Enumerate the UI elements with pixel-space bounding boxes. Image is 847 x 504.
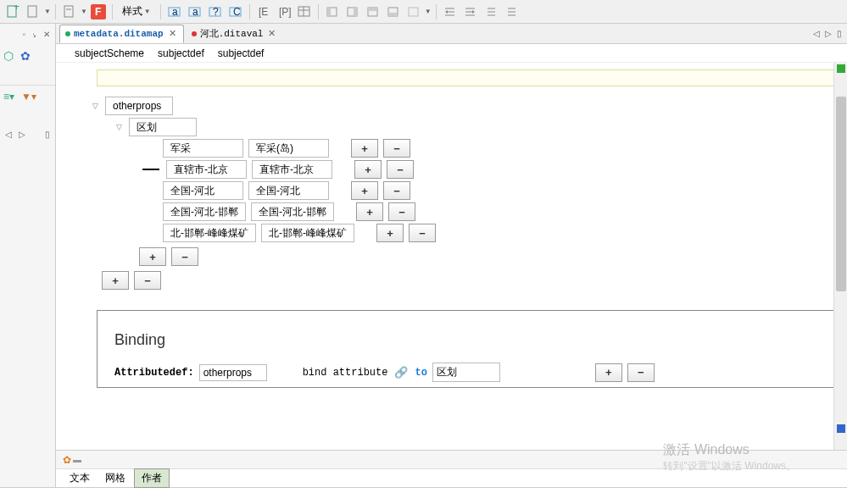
close-icon[interactable]: ✕ — [167, 28, 178, 39]
row-bottom-icon[interactable] — [384, 3, 403, 21]
subject-key-field[interactable]: 北-邯郸-峰峰煤矿 — [163, 224, 256, 242]
close-icon[interactable]: ✕ — [266, 28, 277, 39]
filter-icon[interactable]: ▼▾ — [21, 91, 36, 102]
tab-metadata[interactable]: metadata.ditamap ✕ — [59, 25, 184, 43]
dropdown-icon[interactable]: ▼ — [44, 8, 51, 15]
tag-c-icon[interactable]: C — [226, 3, 245, 21]
nav-right-icon[interactable]: ▷ — [17, 130, 27, 139]
link-icon: 🔗 — [394, 366, 408, 379]
bracket-e-icon[interactable]: [E — [254, 3, 273, 21]
left-sidebar: ▫ ⭏ ✕ ⬡ ✿ ≡▾ ▼▾ ◁ ▷ ▯ — [0, 24, 56, 487]
dropdown-icon[interactable]: ▼ — [81, 8, 87, 15]
svg-text:?: ? — [213, 6, 219, 18]
tab-hebei[interactable]: 河北.ditaval ✕ — [186, 25, 284, 43]
attributedef-value[interactable]: otherprops — [199, 364, 267, 381]
bracket-p-icon[interactable]: [P] — [275, 3, 293, 21]
validation-ok-icon — [837, 64, 845, 73]
subject-label-field[interactable]: 北-邯郸-峰峰煤矿 — [261, 224, 354, 242]
view-tab-grid[interactable]: 网格 — [98, 469, 132, 487]
view-tab-author[interactable]: 作者 — [134, 468, 170, 488]
subject-label-field[interactable]: 直辖市-北京 — [252, 160, 332, 179]
add-button[interactable]: + — [351, 181, 378, 200]
doc-icon[interactable] — [24, 3, 42, 21]
list-icon[interactable] — [482, 3, 500, 21]
breadcrumb-item[interactable]: subjectdef — [213, 47, 270, 60]
add-button[interactable]: + — [139, 247, 166, 266]
subject-key-field[interactable]: 全国-河北-邯郸 — [163, 202, 246, 221]
subject-field[interactable]: 区划 — [129, 118, 197, 136]
indent-left-icon[interactable] — [441, 3, 460, 21]
remove-button[interactable]: − — [627, 363, 655, 382]
menu-icon[interactable]: ▬ — [73, 455, 81, 464]
nav-left-icon[interactable]: ◁ — [3, 130, 14, 139]
remove-button[interactable]: − — [387, 160, 414, 179]
table-icon[interactable] — [295, 3, 314, 21]
svg-text:a: a — [192, 6, 198, 18]
svg-rect-3 — [64, 6, 73, 17]
gear-icon[interactable]: ✿ — [20, 49, 31, 63]
editor-area: metadata.ditamap ✕ 河北.ditaval ✕ ◁ ▷ ▯ su… — [56, 24, 847, 487]
close-icon[interactable]: ✕ — [42, 30, 52, 39]
f-badge-icon[interactable]: F — [89, 3, 108, 21]
subject-key-field[interactable]: 直辖市-北京 — [166, 160, 247, 179]
minimize-icon[interactable]: ▫ — [20, 30, 27, 39]
subject-label-field[interactable]: 全国-河北 — [248, 181, 329, 200]
style-dropdown[interactable]: 样式▼ — [117, 3, 156, 20]
remove-button[interactable]: − — [409, 224, 436, 242]
subject-label-field[interactable]: 军采(岛) — [248, 139, 329, 158]
tab-next-icon[interactable]: ▷ — [823, 29, 833, 38]
subject-key-field[interactable]: 军采 — [163, 139, 243, 158]
svg-rect-25 — [368, 8, 377, 11]
vertical-scrollbar[interactable] — [833, 63, 847, 450]
subject-field[interactable]: otherprops — [105, 97, 173, 115]
add-button[interactable]: + — [356, 202, 383, 221]
doc2-icon[interactable] — [60, 3, 79, 21]
nav-menu-icon[interactable]: ▯ — [43, 130, 52, 139]
subject-label-field[interactable]: 全国-河北-邯郸 — [251, 202, 334, 221]
row-top-icon[interactable] — [364, 3, 382, 21]
bind-target[interactable]: 区划 — [432, 363, 500, 382]
dropdown-icon[interactable]: ▼ — [425, 8, 432, 15]
outline-icon[interactable]: ≡▾ — [3, 91, 14, 102]
tab-list-icon[interactable]: ▯ — [835, 29, 844, 38]
remove-button[interactable]: − — [171, 247, 198, 266]
tab-prev-icon[interactable]: ◁ — [811, 29, 822, 38]
svg-text:a: a — [172, 6, 178, 18]
tree-icon[interactable]: ⬡ — [3, 49, 14, 63]
editor-content[interactable]: ▽ otherprops ▽ 区划 军采军采(岛)+−直辖市-北京直辖市-北京+… — [56, 63, 847, 450]
indent-right-icon[interactable] — [461, 3, 480, 21]
scroll-thumb[interactable] — [836, 97, 846, 291]
svg-text:[P]: [P] — [279, 6, 291, 18]
subject-key-field[interactable]: 全国-河北 — [163, 181, 243, 200]
new-doc-icon[interactable]: + — [3, 3, 22, 21]
add-button[interactable]: + — [102, 271, 129, 290]
remove-button[interactable]: − — [383, 181, 410, 200]
attributedef-label: Attributedef: — [114, 367, 194, 379]
view-tab-text[interactable]: 文本 — [63, 469, 97, 487]
delete-cell-icon[interactable] — [404, 3, 423, 21]
list2-icon[interactable] — [502, 3, 521, 21]
tag-a2-icon[interactable]: a — [186, 3, 204, 21]
add-button[interactable]: + — [376, 224, 404, 242]
add-button[interactable]: + — [595, 363, 622, 382]
to-label: to — [415, 367, 426, 379]
status-bar — [0, 487, 847, 504]
add-button[interactable]: + — [354, 160, 382, 179]
pin-icon[interactable]: ⭏ — [31, 30, 38, 39]
tag-a-icon[interactable]: a — [165, 3, 184, 21]
remove-button[interactable]: − — [388, 202, 415, 221]
collapse-icon[interactable]: ▽ — [114, 122, 124, 132]
bottom-controls: ✿ ▬ — [56, 450, 847, 468]
remove-button[interactable]: − — [383, 139, 410, 158]
breadcrumb-item[interactable]: subjectdef — [153, 47, 209, 60]
breadcrumb-item[interactable]: subjectScheme — [70, 47, 149, 60]
svg-rect-23 — [354, 8, 357, 16]
gear-icon[interactable]: ✿ — [63, 454, 71, 466]
col-left-icon[interactable] — [323, 3, 342, 21]
remove-button[interactable]: − — [134, 271, 161, 290]
collapse-icon[interactable]: ▽ — [90, 101, 100, 111]
marker-icon — [837, 424, 845, 433]
tag-q-icon[interactable]: ? — [206, 3, 225, 21]
add-button[interactable]: + — [351, 139, 378, 158]
col-right-icon[interactable] — [343, 3, 362, 21]
